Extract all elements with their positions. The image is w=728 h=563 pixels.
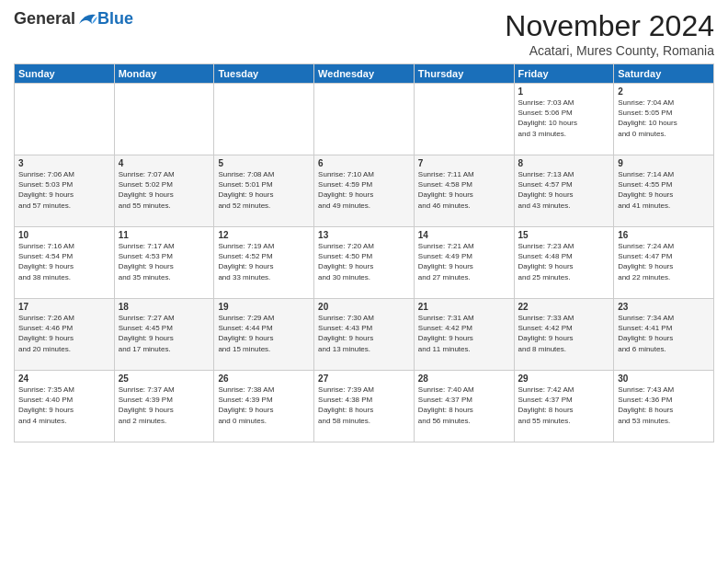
day-info: Sunrise: 7:37 AMSunset: 4:39 PMDaylight:…	[119, 385, 175, 425]
calendar-cell: 21Sunrise: 7:31 AMSunset: 4:42 PMDayligh…	[414, 299, 514, 371]
day-number: 3	[18, 158, 110, 168]
calendar-cell: 28Sunrise: 7:40 AMSunset: 4:37 PMDayligh…	[414, 371, 514, 442]
day-info: Sunrise: 7:10 AMSunset: 4:59 PMDaylight:…	[318, 170, 374, 210]
day-number: 27	[318, 373, 410, 384]
day-info: Sunrise: 7:20 AMSunset: 4:50 PMDaylight:…	[318, 242, 374, 282]
calendar-cell: 30Sunrise: 7:43 AMSunset: 4:36 PMDayligh…	[614, 371, 714, 442]
day-info: Sunrise: 7:03 AMSunset: 5:06 PMDaylight:…	[518, 98, 577, 138]
calendar-cell	[414, 84, 514, 155]
header-tuesday: Tuesday	[214, 64, 314, 84]
day-number: 19	[218, 302, 310, 312]
day-number: 16	[618, 230, 710, 240]
calendar-cell	[114, 84, 214, 155]
month-title: November 2024	[505, 9, 714, 43]
calendar-cell	[314, 84, 415, 155]
day-number: 25	[119, 373, 210, 384]
calendar-cell: 27Sunrise: 7:39 AMSunset: 4:38 PMDayligh…	[314, 371, 415, 442]
calendar-cell: 24Sunrise: 7:35 AMSunset: 4:40 PMDayligh…	[15, 371, 115, 442]
day-info: Sunrise: 7:34 AMSunset: 4:41 PMDaylight:…	[618, 314, 674, 353]
calendar-cell: 7Sunrise: 7:11 AMSunset: 4:58 PMDaylight…	[414, 155, 514, 227]
day-info: Sunrise: 7:42 AMSunset: 4:37 PMDaylight:…	[518, 385, 574, 425]
calendar-cell: 4Sunrise: 7:07 AMSunset: 5:02 PMDaylight…	[114, 155, 214, 227]
day-info: Sunrise: 7:38 AMSunset: 4:39 PMDaylight:…	[218, 385, 274, 425]
day-info: Sunrise: 7:17 AMSunset: 4:53 PMDaylight:…	[119, 242, 175, 282]
calendar-cell: 3Sunrise: 7:06 AMSunset: 5:03 PMDaylight…	[15, 155, 115, 227]
title-area: November 2024 Acatari, Mures County, Rom…	[505, 9, 714, 58]
calendar-cell: 22Sunrise: 7:33 AMSunset: 4:42 PMDayligh…	[514, 299, 614, 371]
header-wednesday: Wednesday	[314, 64, 415, 84]
day-info: Sunrise: 7:40 AMSunset: 4:37 PMDaylight:…	[418, 385, 474, 425]
day-number: 20	[318, 302, 410, 312]
logo-general: General	[14, 9, 75, 29]
logo: General Blue	[14, 9, 133, 29]
header-friday: Friday	[514, 64, 614, 84]
day-number: 9	[618, 158, 710, 168]
header: General Blue November 2024 Acatari, Mure…	[14, 9, 714, 58]
calendar-cell: 10Sunrise: 7:16 AMSunset: 4:54 PMDayligh…	[15, 227, 115, 299]
calendar-cell: 12Sunrise: 7:19 AMSunset: 4:52 PMDayligh…	[214, 227, 314, 299]
calendar-cell: 25Sunrise: 7:37 AMSunset: 4:39 PMDayligh…	[114, 371, 214, 442]
calendar-cell: 15Sunrise: 7:23 AMSunset: 4:48 PMDayligh…	[514, 227, 614, 299]
day-info: Sunrise: 7:31 AMSunset: 4:42 PMDaylight:…	[418, 314, 474, 353]
day-number: 6	[318, 158, 410, 168]
day-number: 23	[618, 302, 710, 312]
day-number: 13	[318, 230, 410, 240]
header-monday: Monday	[114, 64, 214, 84]
day-info: Sunrise: 7:27 AMSunset: 4:45 PMDaylight:…	[119, 314, 175, 353]
calendar-cell: 16Sunrise: 7:24 AMSunset: 4:47 PMDayligh…	[614, 227, 714, 299]
day-number: 5	[218, 158, 310, 168]
day-info: Sunrise: 7:08 AMSunset: 5:01 PMDaylight:…	[218, 170, 274, 210]
logo-blue: Blue	[97, 9, 133, 29]
day-number: 21	[418, 302, 510, 312]
calendar-cell: 2Sunrise: 7:04 AMSunset: 5:05 PMDaylight…	[614, 84, 714, 155]
calendar-cell: 23Sunrise: 7:34 AMSunset: 4:41 PMDayligh…	[614, 299, 714, 371]
day-number: 28	[418, 373, 510, 384]
day-number: 30	[618, 373, 710, 384]
day-info: Sunrise: 7:30 AMSunset: 4:43 PMDaylight:…	[318, 314, 374, 353]
calendar-cell: 5Sunrise: 7:08 AMSunset: 5:01 PMDaylight…	[214, 155, 314, 227]
calendar-cell: 14Sunrise: 7:21 AMSunset: 4:49 PMDayligh…	[414, 227, 514, 299]
calendar-cell: 26Sunrise: 7:38 AMSunset: 4:39 PMDayligh…	[214, 371, 314, 442]
day-info: Sunrise: 7:06 AMSunset: 5:03 PMDaylight:…	[18, 170, 74, 210]
day-number: 15	[518, 230, 610, 240]
header-sunday: Sunday	[15, 64, 115, 84]
day-info: Sunrise: 7:39 AMSunset: 4:38 PMDaylight:…	[318, 385, 374, 425]
day-info: Sunrise: 7:16 AMSunset: 4:54 PMDaylight:…	[18, 242, 74, 282]
day-number: 1	[518, 86, 610, 97]
logo-text: General Blue	[14, 9, 133, 29]
calendar-cell: 29Sunrise: 7:42 AMSunset: 4:37 PMDayligh…	[514, 371, 614, 442]
day-info: Sunrise: 7:29 AMSunset: 4:44 PMDaylight:…	[218, 314, 274, 353]
calendar-cell	[15, 84, 115, 155]
page: General Blue November 2024 Acatari, Mure…	[0, 0, 728, 563]
day-number: 2	[618, 86, 710, 97]
calendar-cell: 9Sunrise: 7:14 AMSunset: 4:55 PMDaylight…	[614, 155, 714, 227]
day-number: 24	[18, 373, 110, 384]
day-info: Sunrise: 7:04 AMSunset: 5:05 PMDaylight:…	[618, 98, 677, 138]
calendar-cell: 1Sunrise: 7:03 AMSunset: 5:06 PMDaylight…	[514, 84, 614, 155]
calendar-cell: 6Sunrise: 7:10 AMSunset: 4:59 PMDaylight…	[314, 155, 415, 227]
calendar-cell	[214, 84, 314, 155]
calendar-cell: 13Sunrise: 7:20 AMSunset: 4:50 PMDayligh…	[314, 227, 415, 299]
day-info: Sunrise: 7:24 AMSunset: 4:47 PMDaylight:…	[618, 242, 674, 282]
day-number: 22	[518, 302, 610, 312]
day-number: 17	[18, 302, 110, 312]
day-info: Sunrise: 7:21 AMSunset: 4:49 PMDaylight:…	[418, 242, 474, 282]
day-number: 14	[418, 230, 510, 240]
day-info: Sunrise: 7:33 AMSunset: 4:42 PMDaylight:…	[518, 314, 574, 353]
day-number: 29	[518, 373, 610, 384]
logo-bird-icon	[77, 11, 97, 28]
calendar-cell: 18Sunrise: 7:27 AMSunset: 4:45 PMDayligh…	[114, 299, 214, 371]
day-info: Sunrise: 7:26 AMSunset: 4:46 PMDaylight:…	[18, 314, 74, 353]
day-number: 7	[418, 158, 510, 168]
day-info: Sunrise: 7:13 AMSunset: 4:57 PMDaylight:…	[518, 170, 574, 210]
subtitle: Acatari, Mures County, Romania	[505, 43, 714, 58]
day-number: 11	[119, 230, 210, 240]
day-info: Sunrise: 7:43 AMSunset: 4:36 PMDaylight:…	[618, 385, 674, 425]
day-info: Sunrise: 7:35 AMSunset: 4:40 PMDaylight:…	[18, 385, 74, 425]
calendar-cell: 8Sunrise: 7:13 AMSunset: 4:57 PMDaylight…	[514, 155, 614, 227]
header-thursday: Thursday	[414, 64, 514, 84]
day-number: 10	[18, 230, 110, 240]
day-info: Sunrise: 7:11 AMSunset: 4:58 PMDaylight:…	[418, 170, 474, 210]
calendar-cell: 19Sunrise: 7:29 AMSunset: 4:44 PMDayligh…	[214, 299, 314, 371]
calendar-cell: 17Sunrise: 7:26 AMSunset: 4:46 PMDayligh…	[15, 299, 115, 371]
